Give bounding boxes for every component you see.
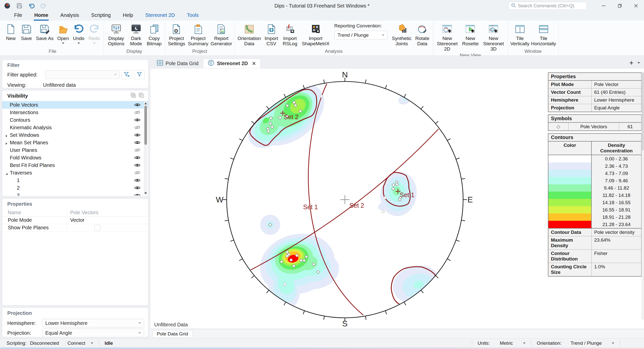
new-tab-icon[interactable]: +: [629, 60, 633, 66]
tab-stereonet-2d[interactable]: Stereonet 2D ✕: [203, 59, 261, 68]
new-rosette-button[interactable]: New Rosette: [460, 22, 481, 46]
import-shapemetrix-icon: [310, 23, 321, 36]
restore-button[interactable]: [612, 0, 628, 12]
menu-help[interactable]: Help: [117, 12, 139, 21]
new-stereonet-3d-button[interactable]: New Stereonet 3D: [481, 22, 506, 52]
show-pole-planes-row[interactable]: Show Pole Planes: [2, 224, 148, 232]
quick-undo-icon[interactable]: [28, 2, 35, 10]
visibility-item-contours[interactable]: Contours: [2, 116, 148, 124]
app-logo-icon[interactable]: [4, 2, 11, 10]
eye-visible-icon[interactable]: [134, 118, 141, 122]
tile-horizontally-button[interactable]: Tile Horizontally: [531, 22, 557, 46]
menu-home[interactable]: Home: [28, 12, 54, 21]
apply-filter-button[interactable]: [134, 70, 145, 79]
eye-visible-icon[interactable]: [134, 140, 141, 145]
eye-hidden-icon[interactable]: [134, 170, 141, 175]
eye-visible-icon[interactable]: [134, 178, 141, 183]
clear-filter-button[interactable]: [122, 70, 132, 79]
eye-hidden-icon[interactable]: [134, 148, 141, 152]
search-input[interactable]: [518, 3, 584, 9]
projection-select[interactable]: Equal Angle: [42, 329, 144, 337]
menu-scripting[interactable]: Scripting: [85, 12, 117, 21]
new-button[interactable]: New: [3, 22, 19, 41]
visibility-scrollbar[interactable]: [144, 102, 147, 195]
symbols-count: 61: [619, 123, 641, 130]
visibility-item-1[interactable]: 1: [2, 177, 148, 184]
eye-visible-icon[interactable]: [134, 193, 141, 196]
import-rslog-button[interactable]: Import RSLog: [280, 22, 300, 46]
tile-vertically-button[interactable]: Tile Vertically: [509, 22, 531, 46]
import-shapemetrix-button[interactable]: Import ShapeMetriX: [300, 22, 332, 46]
visibility-item-intersections[interactable]: Intersections: [2, 109, 148, 116]
reporting-convention-select[interactable]: Trend / Plunge: [334, 31, 388, 40]
tab-pole-data-grid[interactable]: Pole Data Grid: [152, 59, 203, 68]
synthetic-joints-button[interactable]: Synthetic Joints: [390, 22, 413, 46]
eye-hidden-icon[interactable]: [134, 125, 141, 130]
eye-visible-icon[interactable]: [134, 186, 141, 190]
connect-chevron[interactable]: [91, 342, 93, 344]
expanded-arrow-icon[interactable]: [5, 171, 8, 175]
collapse-all-icon[interactable]: [139, 93, 144, 99]
info-panel-scrollbar[interactable]: [641, 72, 644, 320]
visibility-item-user-planes[interactable]: User Planes: [2, 146, 148, 154]
visibility-item-best-fit-fold-planes[interactable]: Best Fit Fold Planes: [2, 161, 148, 169]
show-pole-planes-checkbox[interactable]: [94, 225, 100, 231]
undo-button[interactable]: Undo: [71, 22, 87, 44]
minimize-button[interactable]: [596, 0, 612, 12]
menu-tools[interactable]: Tools: [181, 12, 205, 21]
hemisphere-select[interactable]: Lower Hemisphere: [42, 319, 144, 327]
visibility-item-fold-windows[interactable]: Fold Windows: [2, 154, 148, 161]
open-dropdown-chevron[interactable]: [62, 42, 64, 44]
stereonet-canvas[interactable]: N S W E Set 2 Set 1 Set 1 Set 2 Properti…: [150, 68, 644, 329]
dark-mode-button[interactable]: Dark Mode: [127, 22, 145, 46]
expand-all-icon[interactable]: [131, 93, 136, 99]
undo-dropdown-chevron[interactable]: [77, 42, 80, 44]
close-button[interactable]: [628, 0, 644, 12]
scrollbar-thumb[interactable]: [144, 106, 147, 145]
eye-visible-icon[interactable]: [134, 155, 141, 160]
menu-analysis[interactable]: Analysis: [54, 12, 85, 21]
menu-file[interactable]: File: [8, 12, 28, 21]
orientation-data-button[interactable]: Orientation Data: [236, 22, 262, 46]
units-chevron[interactable]: [523, 342, 526, 344]
menu-stereonet-2d[interactable]: Stereonet 2D: [139, 12, 181, 21]
quick-save-icon[interactable]: [16, 2, 23, 10]
orientation-value[interactable]: Trend / Plunge: [571, 340, 602, 346]
project-summary-button[interactable]: Project Summary: [187, 22, 210, 46]
visibility-item-kinematic-analysis[interactable]: Kinematic Analysis: [2, 124, 148, 131]
tab-list-chevron[interactable]: [637, 62, 640, 64]
command-search[interactable]: [508, 2, 587, 10]
visibility-item-mean-set-planes[interactable]: Mean Set Planes: [2, 139, 148, 146]
open-button[interactable]: Open: [55, 22, 71, 44]
pole-data-grid-dock-tab[interactable]: Pole Data Grid: [152, 330, 192, 338]
pole-mode-row[interactable]: Pole Mode Vector: [2, 216, 148, 224]
filter-applied-select[interactable]: [45, 70, 119, 79]
display-options-button[interactable]: Display Options: [105, 22, 127, 46]
rotate-data-button[interactable]: Rotate Data: [413, 22, 431, 46]
eye-hidden-icon[interactable]: [134, 110, 141, 115]
orientation-chevron[interactable]: [612, 342, 614, 344]
visibility-item-set-windows[interactable]: Set Windows: [2, 131, 148, 139]
eye-visible-icon[interactable]: [134, 103, 141, 107]
report-generator-button[interactable]: Report Generator: [210, 22, 233, 46]
collapsed-arrow-icon[interactable]: [5, 141, 8, 144]
visibility-item-2[interactable]: 2: [2, 184, 148, 192]
project-settings-button[interactable]: Project Settings: [167, 22, 187, 46]
units-value[interactable]: Metric: [500, 340, 513, 346]
visibility-item-3[interactable]: 3: [2, 192, 148, 196]
save-as-button[interactable]: Save As: [34, 22, 55, 41]
save-button[interactable]: Save: [19, 22, 34, 41]
property-name: Contour Data: [548, 229, 592, 236]
close-tab-icon[interactable]: ✕: [252, 61, 256, 66]
new-stereonet-2d-button[interactable]: New Stereonet 2D: [435, 22, 460, 52]
visibility-item-traverses[interactable]: Traverses: [2, 169, 148, 177]
visibility-item-pole-vectors[interactable]: Pole Vectors: [2, 101, 148, 109]
connect-button[interactable]: Connect: [67, 340, 85, 346]
quick-redo-icon[interactable]: [40, 2, 47, 10]
copy-bitmap-button[interactable]: Copy Bitmap: [145, 22, 163, 46]
eye-visible-icon[interactable]: [134, 133, 141, 137]
import-csv-button[interactable]: Import CSV: [262, 22, 280, 46]
collapsed-arrow-icon[interactable]: [5, 133, 8, 137]
eye-visible-icon[interactable]: [134, 163, 141, 167]
redo-button[interactable]: Redo: [87, 22, 102, 44]
